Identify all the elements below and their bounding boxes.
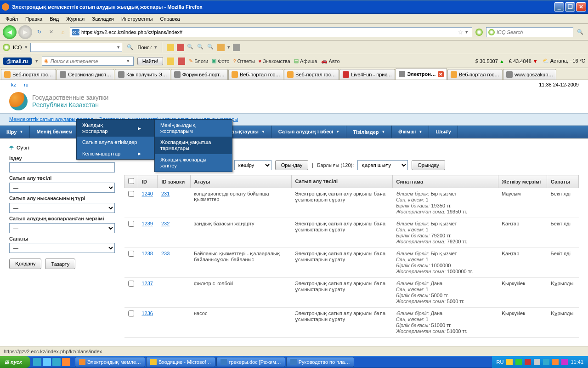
tray-i1[interactable] <box>506 359 513 365</box>
minimize-button[interactable]: _ <box>554 2 564 12</box>
menu-file[interactable]: Файл <box>2 15 22 23</box>
nav-5[interactable]: Сатып алудың тізбесі▼ <box>272 126 346 138</box>
tray-i6[interactable] <box>552 359 559 365</box>
zoom-out-icon[interactable]: 🔍 <box>187 44 194 51</box>
close-button[interactable]: ✕ <box>576 2 586 12</box>
menu-history[interactable]: Журнал <box>62 15 88 23</box>
th-cat[interactable]: Санаты <box>547 175 579 188</box>
ql-1[interactable] <box>33 358 41 366</box>
reload-button[interactable]: ↻ <box>34 27 44 37</box>
th-method[interactable]: Сатып алу тәсілі <box>291 175 392 188</box>
zoom-in-icon[interactable]: 🔍 <box>197 44 204 51</box>
tab-6[interactable]: Live4Fun - прик… <box>339 69 395 80</box>
search-input[interactable] <box>497 29 571 35</box>
tb-icon-2[interactable] <box>177 44 184 51</box>
sub2-item-1[interactable]: Жоспардың уақытша тармақтары <box>155 137 232 154</box>
tab-5[interactable]: Веб-портал гос… <box>284 69 339 80</box>
stop-button[interactable]: ✕ <box>46 27 56 37</box>
menu-view[interactable]: Вид <box>46 15 62 23</box>
row-idz[interactable]: 231 <box>161 191 170 196</box>
selected-action-select[interactable]: көшіру <box>234 160 271 170</box>
icq-search-icon[interactable]: 🔍 <box>125 42 135 52</box>
search-go-icon[interactable]: 🔍 <box>575 27 585 37</box>
tray-i5[interactable] <box>543 359 549 365</box>
mail-icon-2[interactable] <box>178 58 185 65</box>
lang-kz[interactable]: kz <box>9 82 18 87</box>
ql-4[interactable] <box>62 358 70 366</box>
select-all-checkbox[interactable] <box>128 178 134 184</box>
sub1-item-1[interactable]: Сатып алуға өтінімдер <box>77 137 154 148</box>
sub1-item-2[interactable]: Келісім-шарттар▶ <box>77 148 154 159</box>
icq-poisk[interactable]: Поиск <box>138 45 152 50</box>
apply-button[interactable]: Қолдану <box>9 259 41 269</box>
daisy-icon[interactable] <box>474 27 484 37</box>
tb-icon-1[interactable] <box>167 44 174 51</box>
tab-7[interactable]: Электрон…✕ <box>396 68 447 80</box>
mailru-go-button[interactable]: Найти! <box>137 57 163 65</box>
tray-i4[interactable] <box>534 359 540 365</box>
row-checkbox[interactable] <box>128 281 134 287</box>
link-otvety[interactable]: ?Ответы <box>233 58 254 64</box>
link-blogi[interactable]: ✎Блоги <box>189 58 208 64</box>
ql-3[interactable] <box>52 358 61 366</box>
url-bar[interactable]: ecc.kz https:// ☆ ▾ <box>70 27 472 37</box>
total-action-select[interactable]: қарап шығу <box>357 160 408 170</box>
tray-i3[interactable] <box>525 359 531 365</box>
link-afisha[interactable]: ▤Афиша <box>294 58 317 64</box>
menu-help[interactable]: Справка <box>156 15 183 23</box>
zoom-reset-icon[interactable]: 🔍 <box>207 44 215 51</box>
tab-close-icon[interactable]: ✕ <box>438 71 444 77</box>
row-id[interactable]: 1239 <box>142 221 153 226</box>
ql-2[interactable] <box>43 358 51 366</box>
row-id[interactable]: 1236 <box>142 310 153 316</box>
start-button[interactable]: ⊞пуск <box>0 356 30 368</box>
tray-i7[interactable] <box>561 359 568 365</box>
mailru-logo[interactable]: @mail.ru <box>3 58 32 65</box>
total-execute-button[interactable]: Орындау <box>412 160 445 170</box>
tab-3[interactable]: Форум веб-порт… <box>171 69 228 80</box>
tb-icon-6[interactable] <box>217 44 225 51</box>
row-idz[interactable]: 232 <box>161 221 170 226</box>
th-month[interactable]: Жеткізу мерзімі <box>498 175 547 188</box>
filter-month-select[interactable]: — <box>9 223 115 233</box>
tab-1[interactable]: Сервисная дисп… <box>57 69 114 80</box>
home-button[interactable]: ⌂ <box>58 27 68 37</box>
icq-select[interactable]: ▾ <box>30 43 122 52</box>
url-input[interactable] <box>96 29 458 35</box>
row-checkbox[interactable] <box>128 221 134 227</box>
maximize-button[interactable]: ❐ <box>565 2 575 12</box>
reset-button[interactable]: Тазарту <box>45 259 75 269</box>
lang-ru[interactable]: ru <box>22 82 30 87</box>
back-button[interactable]: ◄ <box>3 25 17 39</box>
link-foto[interactable]: ▣Фото <box>212 58 229 64</box>
url-dropdown[interactable]: ▾ <box>464 29 470 35</box>
menu-edit[interactable]: Правка <box>22 15 46 23</box>
nav-6[interactable]: Тізілімдер▼ <box>346 126 392 138</box>
nav-7[interactable]: Әкімші▼ <box>392 126 429 138</box>
tray-i2[interactable] <box>515 359 522 365</box>
task-3[interactable]: Руководство по пла… <box>286 357 354 367</box>
mail-icon-1[interactable] <box>167 58 174 65</box>
filter-type-select[interactable]: — <box>9 203 115 213</box>
tab-0[interactable]: Веб-портал гос… <box>1 69 56 80</box>
task-0[interactable]: Электрондық мемле… <box>75 357 146 367</box>
menu-bookmarks[interactable]: Закладки <box>88 15 118 23</box>
row-id[interactable]: 1237 <box>142 281 153 286</box>
tab-2[interactable]: Как получить Э… <box>115 69 170 80</box>
sub2-item-2[interactable]: Жылдық жоспарды жүктеу <box>155 154 232 172</box>
th-desc[interactable]: Сипаттама <box>392 175 498 188</box>
selected-execute-button[interactable]: Орындау <box>275 160 309 170</box>
bookmark-star-icon[interactable]: ☆ <box>458 29 464 36</box>
link-avto[interactable]: 🚗Авто <box>321 58 340 64</box>
task-1[interactable]: Входящие - Microsof… <box>146 357 215 367</box>
row-checkbox[interactable] <box>128 251 134 257</box>
tab-4[interactable]: Веб-портал гос… <box>228 69 283 80</box>
sub1-item-0[interactable]: Жылдық жоспарлар▶ <box>77 120 154 137</box>
nav-8[interactable]: Шығу <box>429 126 458 138</box>
menu-tools[interactable]: Инструменты <box>118 15 157 23</box>
th-idz[interactable]: ID заявки <box>158 175 190 188</box>
tray-lang[interactable]: RU <box>497 359 504 365</box>
filter-method-select[interactable]: — <box>9 183 115 193</box>
filter-search-input[interactable] <box>9 162 115 172</box>
row-id[interactable]: 1240 <box>142 191 153 196</box>
